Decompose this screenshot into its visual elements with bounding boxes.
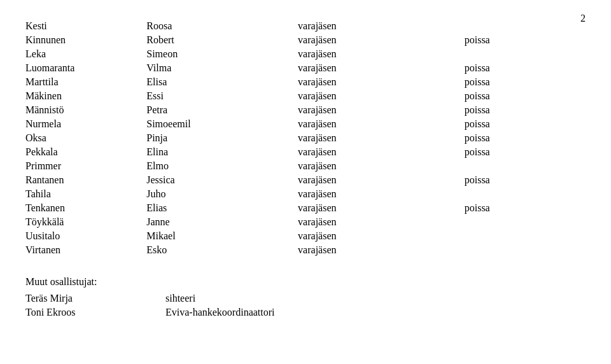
member-last-name: Uusitalo: [25, 229, 146, 243]
other-role: Eviva-hankekoordinaattori: [165, 305, 407, 319]
member-status: [465, 243, 586, 257]
member-role: varajäsen: [298, 187, 465, 201]
member-role: varajäsen: [298, 173, 465, 187]
member-first-name: Juho: [146, 187, 298, 201]
list-item: Teräs Mirja sihteeri: [25, 291, 407, 305]
main-content: Kesti Roosa varajäsen Kinnunen Robert va…: [25, 19, 586, 319]
member-last-name: Rantanen: [25, 173, 146, 187]
member-last-name: Tahila: [25, 187, 146, 201]
member-status: poissa: [465, 131, 586, 145]
table-row: Marttila Elisa varajäsen poissa: [25, 75, 586, 89]
member-status: poissa: [465, 103, 586, 117]
member-role: varajäsen: [298, 159, 465, 173]
member-status: [465, 215, 586, 229]
member-last-name: Leka: [25, 47, 146, 61]
member-status: poissa: [465, 201, 586, 215]
member-last-name: Kesti: [25, 19, 146, 33]
member-role: varajäsen: [298, 33, 465, 47]
other-participants-table: Teräs Mirja sihteeri Toni Ekroos Eviva-h…: [25, 291, 407, 319]
member-first-name: Elias: [146, 201, 298, 215]
member-role: varajäsen: [298, 131, 465, 145]
table-row: Tahila Juho varajäsen: [25, 187, 586, 201]
member-role: varajäsen: [298, 75, 465, 89]
member-first-name: Simeon: [146, 47, 298, 61]
other-role: sihteeri: [165, 291, 407, 305]
member-first-name: Elisa: [146, 75, 298, 89]
member-role: varajäsen: [298, 89, 465, 103]
table-row: Kesti Roosa varajäsen: [25, 19, 586, 33]
member-last-name: Virtanen: [25, 243, 146, 257]
member-role: varajäsen: [298, 229, 465, 243]
other-participants-section: Muut osallistujat: Teräs Mirja sihteeri …: [25, 276, 586, 319]
member-status: [465, 159, 586, 173]
table-row: Leka Simeon varajäsen: [25, 47, 586, 61]
member-first-name: Janne: [146, 215, 298, 229]
member-last-name: Primmer: [25, 159, 146, 173]
member-status: poissa: [465, 33, 586, 47]
table-row: Primmer Elmo varajäsen: [25, 159, 586, 173]
member-status: poissa: [465, 89, 586, 103]
member-last-name: Pekkala: [25, 145, 146, 159]
member-status: poissa: [465, 117, 586, 131]
other-name: Teräs Mirja: [25, 291, 165, 305]
member-role: varajäsen: [298, 103, 465, 117]
member-first-name: Robert: [146, 33, 298, 47]
member-first-name: Elmo: [146, 159, 298, 173]
member-role: varajäsen: [298, 201, 465, 215]
member-status: [465, 229, 586, 243]
member-last-name: Luomaranta: [25, 61, 146, 75]
member-last-name: Kinnunen: [25, 33, 146, 47]
member-first-name: Pinja: [146, 131, 298, 145]
member-role: varajäsen: [298, 215, 465, 229]
member-first-name: Vilma: [146, 61, 298, 75]
other-participants-header: Muut osallistujat:: [25, 276, 586, 288]
table-row: Mäkinen Essi varajäsen poissa: [25, 89, 586, 103]
member-first-name: Jessica: [146, 173, 298, 187]
member-role: varajäsen: [298, 61, 465, 75]
member-first-name: Roosa: [146, 19, 298, 33]
member-role: varajäsen: [298, 19, 465, 33]
member-first-name: Simoeemil: [146, 117, 298, 131]
member-role: varajäsen: [298, 243, 465, 257]
member-role: varajäsen: [298, 117, 465, 131]
table-row: Luomaranta Vilma varajäsen poissa: [25, 61, 586, 75]
list-item: Toni Ekroos Eviva-hankekoordinaattori: [25, 305, 407, 319]
table-row: Oksa Pinja varajäsen poissa: [25, 131, 586, 145]
member-status: [465, 19, 586, 33]
member-status: poissa: [465, 61, 586, 75]
table-row: Männistö Petra varajäsen poissa: [25, 103, 586, 117]
member-last-name: Männistö: [25, 103, 146, 117]
page-number: 2: [580, 13, 586, 24]
member-last-name: Töykkälä: [25, 215, 146, 229]
member-first-name: Essi: [146, 89, 298, 103]
member-role: varajäsen: [298, 145, 465, 159]
table-row: Tenkanen Elias varajäsen poissa: [25, 201, 586, 215]
table-row: Nurmela Simoeemil varajäsen poissa: [25, 117, 586, 131]
table-row: Rantanen Jessica varajäsen poissa: [25, 173, 586, 187]
member-last-name: Mäkinen: [25, 89, 146, 103]
member-last-name: Tenkanen: [25, 201, 146, 215]
member-status: poissa: [465, 173, 586, 187]
member-first-name: Elina: [146, 145, 298, 159]
member-last-name: Marttila: [25, 75, 146, 89]
table-row: Virtanen Esko varajäsen: [25, 243, 586, 257]
member-first-name: Petra: [146, 103, 298, 117]
member-last-name: Oksa: [25, 131, 146, 145]
member-last-name: Nurmela: [25, 117, 146, 131]
member-status: [465, 187, 586, 201]
member-first-name: Esko: [146, 243, 298, 257]
member-status: poissa: [465, 145, 586, 159]
other-name: Toni Ekroos: [25, 305, 165, 319]
member-status: [465, 47, 586, 61]
member-status: poissa: [465, 75, 586, 89]
members-table: Kesti Roosa varajäsen Kinnunen Robert va…: [25, 19, 586, 257]
member-role: varajäsen: [298, 47, 465, 61]
table-row: Kinnunen Robert varajäsen poissa: [25, 33, 586, 47]
table-row: Uusitalo Mikael varajäsen: [25, 229, 586, 243]
table-row: Töykkälä Janne varajäsen: [25, 215, 586, 229]
member-first-name: Mikael: [146, 229, 298, 243]
table-row: Pekkala Elina varajäsen poissa: [25, 145, 586, 159]
